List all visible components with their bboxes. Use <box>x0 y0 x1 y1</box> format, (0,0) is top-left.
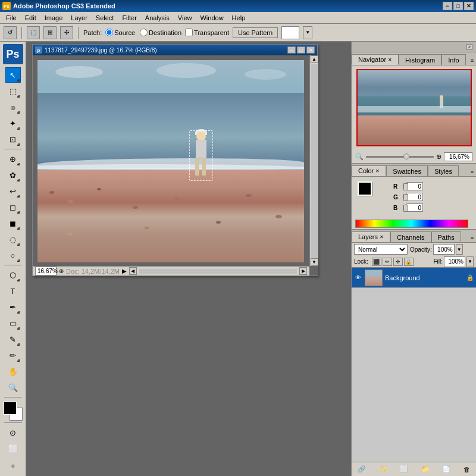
opacity-arrow[interactable]: ▼ <box>456 244 463 255</box>
zoom-mag-icon[interactable]: ⊕ <box>59 268 64 274</box>
tab-layers[interactable]: Layers ✕ <box>352 231 390 242</box>
layer-mask-btn[interactable]: ⬜ <box>397 464 411 474</box>
destination-radio[interactable]: Destination <box>140 29 181 36</box>
doc-maximize-btn[interactable]: □ <box>297 46 305 54</box>
navigator-tab-close[interactable]: ✕ <box>388 57 392 62</box>
doc-close-btn[interactable]: ✕ <box>306 46 315 54</box>
layer-item-background[interactable]: 👁 Background 🔒 <box>352 268 476 288</box>
marquee-icon[interactable]: ⬚ <box>27 26 40 39</box>
path-tool[interactable]: ⬡ <box>5 267 21 283</box>
scroll-up-btn[interactable]: ▲ <box>311 55 318 63</box>
magic-wand-tool[interactable]: ✦ <box>5 115 21 131</box>
zoom-value-input[interactable]: 16,67% <box>35 267 57 275</box>
lock-transparent-btn[interactable]: ⬛ <box>372 258 381 266</box>
layers-tab-close[interactable]: ✕ <box>380 234 384 240</box>
pattern-dropdown[interactable]: ▼ <box>303 26 312 39</box>
clone-tool[interactable]: ✿ <box>5 167 21 183</box>
shape-tool[interactable]: ▭ <box>5 315 21 331</box>
tab-navigator[interactable]: Navigator ✕ <box>352 54 399 65</box>
layer-style-btn[interactable]: ✨ <box>377 464 390 474</box>
lasso-icon[interactable]: ⊞ <box>43 26 57 39</box>
pen-tool[interactable]: ✒ <box>5 299 21 315</box>
move-tool[interactable]: ↖ <box>5 67 21 83</box>
new-layer-btn[interactable]: 📄 <box>440 464 453 474</box>
heal-icon[interactable]: ✣ <box>60 26 73 39</box>
menu-view[interactable]: View <box>174 13 196 23</box>
navigator-menu-btn[interactable]: ≡ <box>468 57 476 65</box>
new-group-btn[interactable]: 📁 <box>419 464 432 474</box>
gradient-tool[interactable]: ◼ <box>5 215 21 231</box>
menu-help[interactable]: Help <box>228 13 249 23</box>
blur-tool[interactable]: ◌ <box>5 231 21 247</box>
screen-mode-btn[interactable]: ⬜ <box>5 441 21 456</box>
menu-window[interactable]: Window <box>196 13 227 23</box>
b-value-input[interactable] <box>406 203 423 212</box>
g-value-input[interactable] <box>406 193 423 201</box>
close-button[interactable]: ✕ <box>464 2 474 10</box>
hand-tool[interactable]: ✋ <box>5 364 21 379</box>
color-tab-close[interactable]: ✕ <box>375 168 380 174</box>
r-value-input[interactable] <box>406 182 423 190</box>
spot-heal-tool[interactable]: ⊕ <box>5 151 21 167</box>
layers-menu-btn[interactable]: ≡ <box>468 234 476 242</box>
vertical-scrollbar[interactable]: ▲ ▼ <box>309 55 318 266</box>
status-arrow[interactable]: ▶ <box>122 268 127 274</box>
eyedropper-tool[interactable]: ✏ <box>5 347 21 363</box>
color-menu-btn[interactable]: ≡ <box>468 168 476 176</box>
lock-position-btn[interactable]: ✛ <box>393 258 403 266</box>
zoom-slider-thumb[interactable] <box>403 154 409 159</box>
source-radio[interactable]: Source <box>105 29 135 36</box>
g-slider-thumb[interactable] <box>403 194 408 201</box>
tab-histogram[interactable]: Histogram <box>399 54 441 65</box>
quick-mask-btn[interactable]: ⊙ <box>5 425 21 440</box>
scroll-right-btn[interactable]: ▶ <box>299 267 307 275</box>
scroll-left-btn[interactable]: ◀ <box>129 267 137 275</box>
menu-layer[interactable]: Layer <box>67 13 91 23</box>
menu-edit[interactable]: Edit <box>21 13 40 23</box>
menu-image[interactable]: Image <box>41 13 67 23</box>
menu-file[interactable]: File <box>2 13 20 23</box>
window-controls[interactable]: − □ ✕ <box>443 2 474 10</box>
panel-expand-btn[interactable]: » <box>466 44 472 50</box>
tab-swatches[interactable]: Swatches <box>386 165 428 176</box>
tab-channels[interactable]: Channels <box>390 231 431 242</box>
tab-info[interactable]: Info <box>441 54 465 65</box>
transparent-checkbox[interactable]: Transparent <box>185 29 229 36</box>
fill-input[interactable] <box>444 256 465 267</box>
crop-tool[interactable]: ⊡ <box>5 131 21 147</box>
lasso-tool[interactable]: ⌾ <box>5 99 21 115</box>
color-spectrum-bar[interactable] <box>355 220 468 228</box>
menu-filter[interactable]: Filter <box>118 13 140 23</box>
dodge-tool[interactable]: ○ <box>5 248 21 263</box>
blend-mode-select[interactable]: Normal Dissolve Multiply Screen <box>354 244 408 255</box>
notes-tool[interactable]: ✎ <box>5 331 21 347</box>
menu-analysis[interactable]: Analysis <box>142 13 173 23</box>
zoom-out-icon[interactable]: 🔍 <box>355 153 364 161</box>
eraser-tool[interactable]: ◻ <box>5 199 21 215</box>
foreground-color-swatch[interactable] <box>358 181 372 196</box>
maximize-button[interactable]: □ <box>453 2 463 10</box>
doc-minimize-btn[interactable]: − <box>287 46 296 54</box>
tab-paths[interactable]: Paths <box>431 231 461 242</box>
layer-visibility-icon[interactable]: 👁 <box>354 274 362 282</box>
r-slider-thumb[interactable] <box>403 183 408 190</box>
scroll-down-btn[interactable]: ▼ <box>311 258 318 266</box>
opacity-input[interactable] <box>433 244 455 255</box>
lock-image-btn[interactable]: ✏ <box>383 258 392 266</box>
doc-window-controls[interactable]: − □ ✕ <box>287 46 315 54</box>
tab-styles[interactable]: Styles <box>428 165 459 176</box>
fill-arrow[interactable]: ▼ <box>466 256 474 267</box>
use-pattern-button[interactable]: Use Pattern <box>233 27 278 38</box>
type-tool[interactable]: T <box>5 283 21 299</box>
color-boxes[interactable] <box>4 402 23 421</box>
minimize-button[interactable]: − <box>443 2 452 10</box>
tab-color[interactable]: Color ✕ <box>352 165 386 176</box>
history-brush-tool[interactable]: ↩ <box>5 183 21 199</box>
horizontal-scrollbar[interactable]: 16,67% ⊕ Doc: 14,2M/14,2M ▶ ◀ ▶ <box>33 266 309 275</box>
foreground-color[interactable] <box>4 402 17 415</box>
lock-all-btn[interactable]: 🔒 <box>404 258 414 266</box>
marquee-tool[interactable]: ⬚ <box>5 83 21 99</box>
delete-layer-btn[interactable]: 🗑 <box>461 465 472 474</box>
b-slider-thumb[interactable] <box>403 205 408 212</box>
zoom-percent-input[interactable] <box>444 152 472 161</box>
